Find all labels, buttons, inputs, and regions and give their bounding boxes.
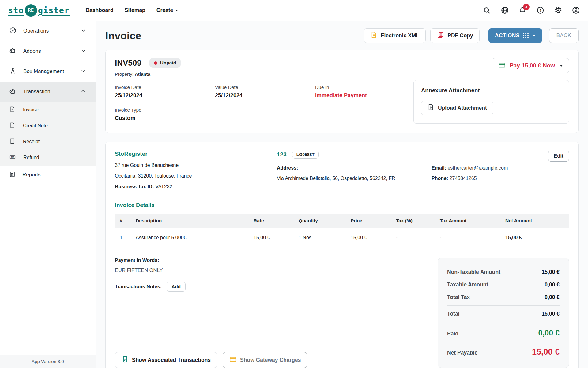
- topbar-icons: 3 ?: [483, 6, 580, 15]
- chevron-down-icon: [80, 48, 86, 55]
- show-associated-transactions-button[interactable]: Show Associated Transactions: [115, 352, 217, 368]
- xml-document-icon: [370, 31, 377, 40]
- invoice-items-table: # Description Rate Quantity Price Tax (%…: [115, 214, 569, 248]
- table-header-row: # Description Rate Quantity Price Tax (%…: [115, 214, 569, 228]
- field-value-date: Value Date 25/12/2024: [215, 85, 315, 99]
- invoice-summary-card: INV509 Unpaid Property: Atlanta Invoice …: [105, 50, 579, 133]
- totals-panel: Non-Taxable Amount15,00 € Taxable Amount…: [438, 258, 569, 368]
- transactions-receipt-icon: [121, 356, 129, 365]
- back-button[interactable]: BACK: [549, 28, 579, 43]
- operations-icon: [9, 27, 17, 35]
- app-version: App Version 3.0: [0, 355, 96, 368]
- globe-icon[interactable]: [500, 6, 509, 15]
- total-row-paid: Paid0,00 €: [447, 324, 560, 340]
- puzzle-icon: [9, 47, 17, 56]
- nav-create[interactable]: Create: [156, 7, 178, 13]
- upload-file-icon: [427, 104, 434, 112]
- gateway-card-icon: [229, 355, 237, 365]
- logo-text-post: gister: [38, 6, 70, 15]
- sidebar: Operations Addons Box Management Transac…: [0, 21, 96, 368]
- header-actions: Electronic XML PDF PDF Copy ACTIONS BACK: [364, 28, 579, 43]
- total-row-taxable: Taxable Amount0,00 €: [447, 278, 560, 291]
- caret-down-icon: [175, 10, 178, 11]
- notification-badge: 3: [523, 4, 530, 10]
- customer-phone: Phone: 2745841265: [432, 176, 508, 181]
- sidebar-item-operations[interactable]: Operations: [0, 21, 96, 41]
- electronic-xml-button[interactable]: Electronic XML: [364, 28, 426, 43]
- pdf-copy-button[interactable]: PDF PDF Copy: [430, 28, 480, 43]
- sidebar-item-box-management[interactable]: Box Management: [0, 61, 96, 82]
- transactions-notes-label: Transactions Notes:: [115, 284, 162, 289]
- top-navbar: sto RE gister Dashboard Sitemap Create 3…: [0, 0, 588, 21]
- puzzle-icon: [9, 87, 17, 96]
- logo-circle: RE: [25, 4, 37, 17]
- cell-description: Assurance pour 5 000€: [132, 228, 250, 248]
- nav-dashboard[interactable]: Dashboard: [85, 7, 113, 13]
- unpaid-dot-icon: [154, 61, 157, 65]
- chevron-up-icon: [80, 88, 86, 95]
- divider: [447, 322, 560, 322]
- status-badge: Unpaid: [149, 58, 181, 68]
- company-info: StoRegister 37 rue Gouin de Beauchesne O…: [115, 151, 266, 190]
- compass-icon: [9, 67, 17, 76]
- page-title: Invoice: [105, 30, 141, 42]
- company-address-line2: Occitania, 31200, Toulouse, France: [115, 173, 266, 179]
- search-icon[interactable]: [483, 6, 491, 15]
- svg-text:?: ?: [539, 8, 541, 13]
- invoice-details-title: Invoice Details: [115, 202, 569, 209]
- customer-info: 123 LG0588T Address: Via Archimede Bella…: [277, 151, 548, 190]
- sidebar-subitem-credit-note[interactable]: Credit Note: [0, 118, 96, 134]
- logo-text-pre: sto: [8, 6, 24, 15]
- reports-list-icon: [9, 171, 16, 179]
- payment-in-words-label: Payment in Words:: [115, 258, 438, 263]
- pdf-icon: PDF: [437, 31, 444, 40]
- svg-text:100: 100: [11, 156, 14, 158]
- sidebar-subitem-receipt[interactable]: Receipt: [0, 134, 96, 150]
- sidebar-subitem-refund[interactable]: 100 Refund: [0, 150, 96, 166]
- upload-attachment-button[interactable]: Upload Attachment: [421, 101, 493, 115]
- add-note-button[interactable]: Add: [167, 282, 186, 292]
- customer-address-block: Address: Via Archimede Bellatalla, 56, O…: [277, 165, 432, 181]
- caret-down-icon: [560, 65, 563, 67]
- col-tax-pct: Tax (%): [392, 214, 436, 228]
- total-row-non-taxable: Non-Taxable Amount15,00 €: [447, 266, 560, 278]
- field-invoice-date: Invoice Date 25/12/2024: [115, 85, 215, 99]
- vertical-divider: [266, 151, 266, 184]
- grid-dots-icon: [523, 33, 529, 38]
- payment-in-words-value: EUR FIFTEEN ONLY: [115, 267, 438, 273]
- help-icon[interactable]: ?: [536, 6, 545, 15]
- main-content: Invoice Electronic XML PDF PDF Copy ACTI…: [96, 21, 588, 368]
- field-invoice-type: Invoice Type Custom: [115, 107, 215, 121]
- company-tax-id: Business Tax ID: VAT232: [115, 184, 266, 190]
- divider: [447, 305, 560, 306]
- pay-now-button[interactable]: Pay 15,00 € Now: [492, 58, 569, 73]
- settings-gear-icon[interactable]: [554, 6, 562, 15]
- chevron-down-icon: [80, 68, 86, 75]
- actions-button[interactable]: ACTIONS: [488, 28, 542, 43]
- total-row-net-payable: Net Payable15,00 €: [447, 340, 560, 360]
- show-gateway-charges-button[interactable]: Show Gateway Charges: [223, 352, 307, 368]
- main-nav: Dashboard Sitemap Create: [85, 7, 178, 13]
- sidebar-item-addons[interactable]: Addons: [0, 41, 96, 61]
- total-row-total: Total15,00 €: [447, 308, 560, 320]
- col-index: #: [115, 214, 132, 228]
- notifications-bell-icon[interactable]: 3: [518, 6, 527, 15]
- app-logo[interactable]: sto RE gister: [8, 4, 70, 17]
- annexure-title: Annexure Attachment: [421, 87, 561, 94]
- svg-text:PDF: PDF: [439, 34, 442, 35]
- property-value: Atlanta: [135, 71, 150, 77]
- sidebar-subitem-invoice[interactable]: Invoice: [0, 102, 96, 118]
- user-profile-icon[interactable]: [571, 6, 580, 15]
- col-net-amount: Net Amount: [502, 214, 569, 228]
- table-row: 1 Assurance pour 5 000€ 15,00 € 1 Nos 15…: [115, 228, 569, 248]
- invoice-number: INV509: [115, 58, 141, 68]
- customer-address: Via Archimede Bellatalla, 56, Ospedalett…: [277, 176, 432, 181]
- sidebar-item-reports[interactable]: Reports: [0, 166, 96, 184]
- sidebar-item-transaction[interactable]: Transaction: [0, 82, 96, 102]
- col-tax-amount: Tax Amount: [436, 214, 502, 228]
- edit-button[interactable]: Edit: [548, 151, 569, 162]
- chevron-down-icon: [80, 27, 86, 35]
- nav-sitemap[interactable]: Sitemap: [125, 7, 145, 13]
- customer-id: 123: [277, 151, 287, 158]
- total-row-total-tax: Total Tax0,00 €: [447, 291, 560, 304]
